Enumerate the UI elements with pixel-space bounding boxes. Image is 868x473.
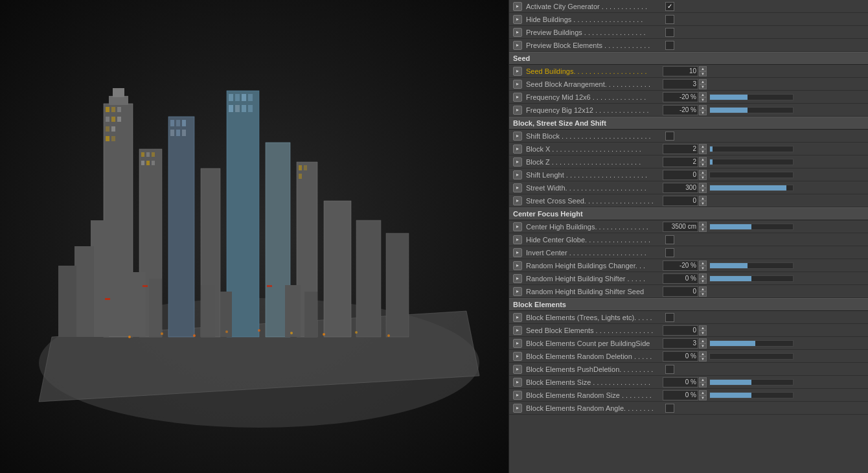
property-slider[interactable] [709, 107, 794, 113]
spinner-up[interactable]: ▲ [699, 196, 707, 201]
property-value-input[interactable] [663, 351, 698, 362]
spinner-down[interactable]: ▼ [699, 395, 707, 400]
spinner-down[interactable]: ▼ [699, 71, 707, 76]
spinner-up[interactable]: ▲ [699, 377, 707, 382]
property-value-input[interactable] [663, 325, 698, 336]
spinner-down[interactable]: ▼ [699, 330, 707, 336]
spinner-up[interactable]: ▲ [699, 170, 707, 175]
property-checkbox[interactable] [665, 2, 674, 11]
spinner-down[interactable]: ▼ [699, 382, 707, 387]
property-slider[interactable] [709, 275, 794, 282]
spinner-down[interactable]: ▼ [699, 188, 707, 193]
property-icon-btn[interactable]: ▸ [513, 106, 522, 115]
spinner-up[interactable]: ▲ [699, 222, 707, 227]
property-slider[interactable] [709, 146, 794, 152]
property-value-input[interactable] [663, 157, 698, 167]
property-icon-btn[interactable]: ▸ [513, 157, 522, 167]
property-checkbox[interactable] [665, 28, 674, 37]
spinner-up[interactable]: ▲ [699, 338, 707, 343]
spinner-down[interactable]: ▼ [699, 84, 707, 89]
property-icon-btn[interactable]: ▸ [513, 326, 522, 335]
spinner-down[interactable]: ▼ [699, 279, 707, 284]
spinner-up[interactable]: ▲ [699, 92, 707, 97]
spinner-up[interactable]: ▲ [699, 351, 707, 356]
property-slider[interactable] [709, 94, 794, 100]
3d-viewport[interactable] [0, 0, 508, 473]
spinner-down[interactable]: ▼ [699, 356, 707, 362]
spinner-up[interactable]: ▲ [699, 286, 707, 292]
spinner-down[interactable]: ▼ [699, 227, 707, 232]
property-slider[interactable] [709, 340, 794, 347]
spinner-up[interactable]: ▲ [699, 157, 707, 162]
property-value-input[interactable] [663, 390, 698, 400]
spinner-up[interactable]: ▲ [699, 183, 707, 188]
property-value-input[interactable] [663, 144, 698, 154]
property-icon-btn[interactable]: ▸ [513, 93, 522, 102]
spinner-up[interactable]: ▲ [699, 390, 707, 395]
spinner-down[interactable]: ▼ [699, 292, 707, 297]
property-slider[interactable] [709, 185, 794, 191]
property-checkbox[interactable] [665, 365, 674, 374]
spinner-down[interactable]: ▼ [699, 97, 707, 102]
property-value-input[interactable] [663, 377, 698, 387]
property-slider[interactable] [709, 224, 794, 230]
property-icon-btn[interactable]: ▸ [513, 132, 522, 141]
property-icon-btn[interactable]: ▸ [513, 67, 522, 76]
property-value-input[interactable] [663, 183, 698, 193]
property-icon-btn[interactable]: ▸ [513, 28, 522, 37]
property-checkbox[interactable] [665, 132, 674, 141]
property-slider[interactable] [709, 262, 794, 269]
property-icon-btn[interactable]: ▸ [513, 261, 522, 270]
property-icon-btn[interactable]: ▸ [513, 196, 522, 205]
property-value-input[interactable] [663, 286, 698, 297]
spinner-up[interactable]: ▲ [699, 325, 707, 330]
spinner-up[interactable]: ▲ [699, 79, 707, 84]
property-icon-btn[interactable]: ▸ [513, 339, 522, 348]
spinner-up[interactable]: ▲ [699, 273, 707, 279]
property-icon-btn[interactable]: ▸ [513, 391, 522, 400]
property-icon-btn[interactable]: ▸ [513, 313, 522, 322]
property-icon-btn[interactable]: ▸ [513, 378, 522, 387]
property-icon-btn[interactable]: ▸ [513, 365, 522, 374]
property-slider[interactable] [709, 379, 794, 386]
property-icon-btn[interactable]: ▸ [513, 404, 522, 413]
spinner-down[interactable]: ▼ [699, 175, 707, 180]
property-value-input[interactable] [663, 170, 698, 180]
property-icon-btn[interactable]: ▸ [513, 144, 522, 154]
property-icon-btn[interactable]: ▸ [513, 274, 522, 283]
spinner-up[interactable]: ▲ [699, 66, 707, 71]
property-icon-btn[interactable]: ▸ [513, 15, 522, 24]
property-icon-btn[interactable]: ▸ [513, 248, 522, 257]
property-value-input[interactable] [663, 105, 698, 115]
property-value-input[interactable] [663, 338, 698, 349]
spinner-down[interactable]: ▼ [699, 266, 707, 271]
property-icon-btn[interactable]: ▸ [513, 80, 522, 89]
spinner-down[interactable]: ▼ [699, 201, 707, 206]
spinner-up[interactable]: ▲ [699, 105, 707, 110]
property-slider[interactable] [709, 353, 794, 360]
property-checkbox[interactable] [665, 41, 674, 50]
spinner-up[interactable]: ▲ [699, 260, 707, 266]
property-value-input[interactable] [663, 260, 698, 271]
property-icon-btn[interactable]: ▸ [513, 352, 522, 361]
spinner-down[interactable]: ▼ [699, 343, 707, 349]
property-value-input[interactable] [663, 196, 698, 206]
property-value-input[interactable] [663, 79, 698, 89]
property-icon-btn[interactable]: ▸ [513, 170, 522, 179]
property-value-input[interactable] [663, 222, 698, 232]
property-icon-btn[interactable]: ▸ [513, 235, 522, 244]
property-checkbox[interactable] [665, 15, 674, 24]
property-value-input[interactable] [663, 273, 698, 284]
spinner-down[interactable]: ▼ [699, 149, 707, 154]
property-slider[interactable] [709, 172, 794, 178]
property-slider[interactable] [709, 392, 794, 398]
spinner-up[interactable]: ▲ [699, 144, 707, 149]
spinner-down[interactable]: ▼ [699, 162, 707, 167]
property-checkbox[interactable] [665, 404, 674, 413]
property-checkbox[interactable] [665, 313, 674, 322]
property-icon-btn[interactable]: ▸ [513, 287, 522, 296]
property-icon-btn[interactable]: ▸ [513, 41, 522, 50]
spinner-down[interactable]: ▼ [699, 110, 707, 115]
property-slider[interactable] [709, 159, 794, 165]
property-icon-btn[interactable]: ▸ [513, 183, 522, 192]
